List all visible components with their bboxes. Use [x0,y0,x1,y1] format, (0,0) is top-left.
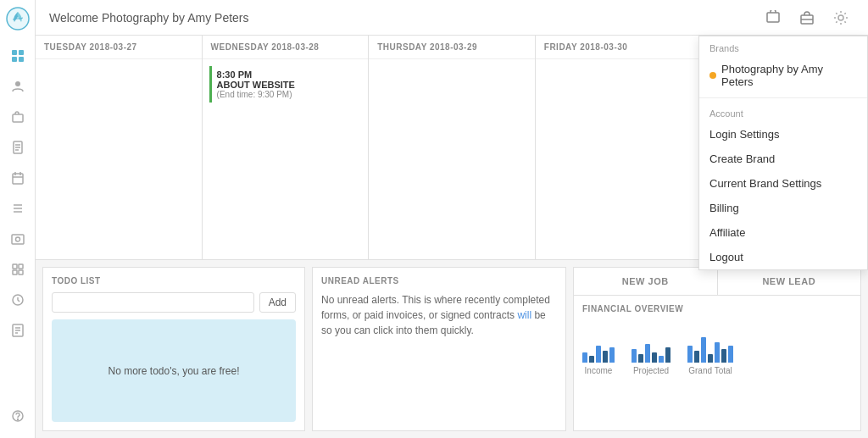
logo[interactable] [6,7,30,30]
sidebar-list2-icon[interactable] [4,256,31,283]
bar [645,344,650,363]
sidebar-photo-icon[interactable] [4,225,31,252]
bar [659,356,664,363]
right-panel-body: FINANCIAL OVERVIEW Income [574,296,860,430]
sidebar-calendar-icon[interactable] [4,164,31,191]
todo-empty-message: No more todo's, you are free! [52,319,296,422]
billing-item[interactable]: Billing [699,196,867,220]
suitcase-icon[interactable] [793,4,821,31]
sidebar-briefcase-icon[interactable] [4,103,31,130]
todo-panel: TODO LIST Add No more todo's, you are fr… [42,267,305,431]
bar [701,337,706,363]
header-icons: Brands Photography by Amy Peters Account… [760,4,854,31]
svg-point-34 [838,15,843,20]
svg-rect-3 [12,57,17,62]
bar [687,346,693,363]
current-brand-settings-item[interactable]: Current Brand Settings [699,171,867,196]
bar [632,349,637,363]
cal-event[interactable]: 8:30 PM ABOUT WEBSITE (End time: 9:30 PM… [209,66,362,103]
new-lead-tab-label: NEW LEAD [762,276,815,286]
svg-rect-18 [12,235,24,244]
alerts-label: UNREAD ALERTS [321,276,557,286]
right-panel-tabs: NEW JOB NEW LEAD [574,268,860,296]
svg-rect-1 [12,50,17,55]
login-settings-item[interactable]: Login Settings [699,122,867,147]
sidebar-report-icon[interactable] [4,317,31,344]
brand-dot [709,72,716,79]
grand-total-chart: Grand Total [687,320,733,375]
cal-event-sub: (End time: 9:30 PM) [217,90,357,99]
cal-event-title: ABOUT WEBSITE [217,80,357,90]
svg-rect-20 [13,264,17,269]
cal-header-tuesday: TUESDAY 2018-03-27 [36,36,202,59]
income-label: Income [585,366,613,375]
sidebar-document-icon[interactable] [4,134,31,161]
income-chart: Income [582,320,615,375]
cal-col-thursday: THURSDAY 2018-03-29 [369,36,536,259]
cal-body-tuesday [36,59,202,259]
cal-col-tuesday: TUESDAY 2018-03-27 [36,36,203,259]
bar [609,347,615,363]
create-brand-item[interactable]: Create Brand [699,147,867,171]
grand-total-label: Grand Total [688,366,732,375]
new-lead-tab[interactable]: NEW LEAD [718,268,861,295]
svg-rect-31 [767,13,779,22]
brand-item[interactable]: Photography by Amy Peters [699,57,867,94]
alerts-panel: UNREAD ALERTS No unread alerts. This is … [312,267,566,431]
new-job-tab-label: NEW JOB [622,276,669,286]
account-label: Account [699,102,867,122]
sidebar [0,0,36,438]
svg-rect-2 [19,50,24,55]
cal-col-friday: FRIDAY 2018-03-30 [536,36,703,259]
projected-chart: Projected [632,320,670,375]
main-content: Welcome Photography by Amy Peters [36,0,868,438]
billing-label: Billing [709,202,739,214]
bar [638,354,643,363]
notifications-icon[interactable] [760,4,787,31]
brand-name: Photography by Amy Peters [721,63,857,88]
bar [652,352,657,363]
bar [721,349,726,363]
cal-event-time: 8:30 PM [217,69,357,80]
new-job-tab[interactable]: NEW JOB [574,268,718,295]
sidebar-clock-icon[interactable] [4,286,31,313]
alerts-message: No unread alerts. This is where recently… [321,292,557,338]
sidebar-home-icon[interactable] [4,42,31,69]
header-title: Welcome Photography by Amy Peters [49,11,760,25]
right-panel: NEW JOB NEW LEAD FINANCIAL OVERVIEW [573,267,861,431]
todo-label: TODO LIST [52,276,296,286]
svg-rect-6 [13,114,23,122]
todo-input-row: Add [52,292,296,313]
todo-input[interactable] [52,292,254,313]
affiliate-item[interactable]: Affiliate [699,220,867,245]
cal-col-wednesday: WEDNESDAY 2018-03-28 8:30 PM ABOUT WEBSI… [203,36,370,259]
account-dropdown: Brands Photography by Amy Peters Account… [698,36,868,270]
grand-total-bars [687,320,733,363]
svg-rect-21 [19,264,23,269]
dropdown-divider [699,97,867,98]
financial-label: FINANCIAL OVERVIEW [582,304,852,313]
alerts-link[interactable]: will [517,309,531,321]
projected-label: Projected [633,366,669,375]
sidebar-list-icon[interactable] [4,195,31,222]
projected-bars [632,320,670,363]
financial-charts: Income Projected [582,320,852,375]
settings-icon[interactable] [827,4,854,31]
bar [596,346,601,363]
cal-header-friday: FRIDAY 2018-03-30 [536,36,702,59]
login-settings-label: Login Settings [709,128,779,141]
cal-body-friday [536,59,702,259]
cal-body-thursday [369,59,535,259]
sidebar-person-icon[interactable] [4,73,31,100]
logout-item[interactable]: Logout [699,245,867,269]
svg-rect-22 [13,270,17,274]
svg-point-5 [15,81,20,86]
bar [589,356,594,363]
bar [582,352,587,363]
sidebar-help-icon[interactable] [4,402,31,430]
header: Welcome Photography by Amy Peters [36,0,868,36]
cal-header-wednesday: WEDNESDAY 2018-03-28 [203,36,369,59]
todo-add-button[interactable]: Add [259,292,296,313]
bar [728,346,733,363]
bar [708,354,713,363]
